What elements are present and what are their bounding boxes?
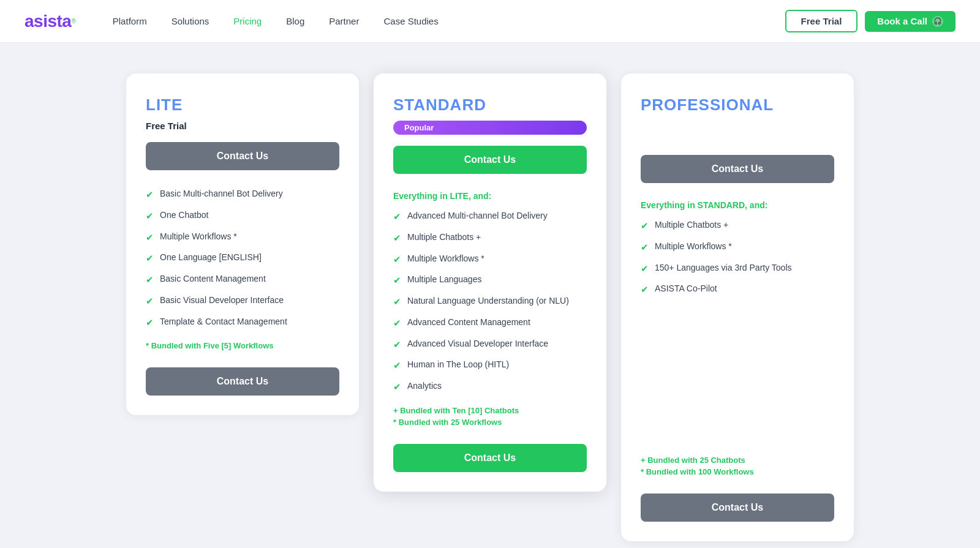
standard-bundle-notes: + Bundled with Ten [10] Chatbots * Bundl… [393, 406, 587, 427]
lite-bundle-note-1: * Bundled with Five [5] Workflows [146, 341, 339, 350]
logo-text: asista [24, 12, 71, 31]
feature-text: Template & Contact Management [160, 315, 287, 328]
feature-text: Advanced Multi-channel Bot Delivery [407, 209, 548, 222]
feature-text: Human in The Loop (HITL) [407, 358, 509, 370]
list-item: ✔ Multiple Chatbots + [641, 219, 834, 233]
check-icon: ✔ [393, 317, 401, 330]
professional-contact-top-button[interactable]: Contact Us [641, 155, 834, 183]
check-icon: ✔ [146, 231, 154, 244]
list-item: ✔ Basic Visual Developer Interface [146, 294, 339, 308]
standard-contact-bottom-button[interactable]: Contact Us [393, 444, 587, 472]
standard-bundle-note-2: * Bundled with 25 Workflows [393, 418, 587, 427]
professional-bundle-notes: + Bundled with 25 Chatbots * Bundled wit… [641, 456, 834, 476]
list-item: ✔ 150+ Languages via 3rd Party Tools [641, 261, 834, 276]
check-icon: ✔ [146, 273, 154, 287]
standard-contact-top-button[interactable]: Contact Us [393, 146, 587, 174]
check-icon: ✔ [146, 295, 154, 308]
list-item: ✔ Human in The Loop (HITL) [393, 358, 587, 372]
feature-text: Analytics [407, 380, 442, 392]
list-item: ✔ One Chatbot [146, 209, 339, 223]
list-item: ✔ Multiple Languages [393, 273, 587, 287]
list-item: ✔ Advanced Content Management [393, 316, 587, 330]
professional-section-label: Everything in STANDARD, and: [641, 200, 834, 210]
nav-pricing[interactable]: Pricing [233, 16, 262, 26]
professional-contact-bottom-button[interactable]: Contact Us [641, 494, 834, 522]
check-icon: ✔ [393, 380, 401, 394]
standard-bundle-note-1: + Bundled with Ten [10] Chatbots [393, 406, 587, 415]
list-item: ✔ Multiple Chatbots + [393, 231, 587, 245]
free-trial-button[interactable]: Free Trial [785, 10, 858, 32]
check-icon: ✔ [393, 253, 401, 266]
list-item: ✔ Advanced Multi-channel Bot Delivery [393, 209, 587, 223]
check-icon: ✔ [641, 283, 649, 296]
list-item: ✔ One Language [ENGLISH] [146, 251, 339, 265]
list-item: ✔ Basic Multi-channel Bot Delivery [146, 187, 339, 201]
feature-text: Advanced Visual Developer Interface [407, 337, 548, 350]
feature-text: Multiple Workflows * [160, 230, 237, 242]
list-item: ✔ Natural Language Understanding (or NLU… [393, 295, 587, 309]
book-call-label: Book a Call [877, 16, 927, 26]
professional-features: ✔ Multiple Chatbots + ✔ Multiple Workflo… [641, 219, 834, 296]
standard-features: ✔ Advanced Multi-channel Bot Delivery ✔ … [393, 209, 587, 394]
pricing-cards: LITE Free Trial Contact Us ✔ Basic Multi… [74, 73, 907, 541]
check-icon: ✔ [641, 262, 649, 276]
navbar: asista® Platform Solutions Pricing Blog … [0, 0, 980, 43]
check-icon: ✔ [146, 209, 154, 223]
check-icon: ✔ [393, 338, 401, 351]
check-icon: ✔ [393, 359, 401, 372]
feature-text: Natural Language Understanding (or NLU) [407, 295, 569, 307]
professional-bundle-note-2: * Bundled with 100 Workflows [641, 467, 834, 476]
feature-text: Multiple Languages [407, 273, 481, 285]
nav-solutions[interactable]: Solutions [172, 16, 209, 26]
check-icon: ✔ [641, 241, 649, 254]
popular-badge: Popular [393, 121, 587, 135]
lite-subtitle: Free Trial [146, 121, 339, 131]
check-icon: ✔ [393, 231, 401, 245]
check-icon: ✔ [393, 295, 401, 309]
standard-tier: STANDARD [393, 96, 587, 114]
nav-case-studies[interactable]: Case Studies [383, 16, 438, 26]
check-icon: ✔ [393, 274, 401, 287]
check-icon: ✔ [641, 219, 649, 233]
feature-text: One Language [ENGLISH] [160, 251, 262, 263]
feature-text: Multiple Chatbots + [407, 231, 481, 243]
list-item: ✔ Multiple Workflows * [393, 252, 587, 266]
list-item: ✔ Basic Content Management [146, 272, 339, 287]
lite-features: ✔ Basic Multi-channel Bot Delivery ✔ One… [146, 187, 339, 329]
nav-blog[interactable]: Blog [286, 16, 304, 26]
nav-partner[interactable]: Partner [329, 16, 359, 26]
list-item: ✔ Template & Contact Management [146, 315, 339, 329]
nav-actions: Free Trial Book a Call 🎧 [785, 10, 956, 32]
list-item: ✔ Advanced Visual Developer Interface [393, 337, 587, 351]
list-item: ✔ Analytics [393, 380, 587, 394]
professional-spacer [641, 121, 834, 144]
list-item: ✔ Multiple Workflows * [146, 230, 339, 244]
lite-contact-top-button[interactable]: Contact Us [146, 142, 339, 170]
feature-text: 150+ Languages via 3rd Party Tools [655, 261, 792, 274]
lite-bundle-notes: * Bundled with Five [5] Workflows [146, 341, 339, 350]
lite-card: LITE Free Trial Contact Us ✔ Basic Multi… [126, 73, 359, 415]
list-item: ✔ ASISTA Co-Pilot [641, 282, 834, 296]
standard-card: STANDARD Popular Contact Us Everything i… [374, 73, 606, 492]
feature-text: Basic Content Management [160, 272, 266, 285]
feature-text: Multiple Workflows * [407, 252, 484, 265]
feature-text: ASISTA Co-Pilot [655, 282, 717, 295]
nav-platform[interactable]: Platform [113, 16, 147, 26]
feature-text: Basic Visual Developer Interface [160, 294, 284, 306]
headset-icon: 🎧 [932, 16, 943, 27]
book-a-call-button[interactable]: Book a Call 🎧 [865, 11, 956, 32]
logo-symbol: ® [71, 18, 75, 24]
feature-text: Multiple Chatbots + [655, 219, 728, 231]
professional-tier: PROFESSIONAL [641, 96, 834, 114]
check-icon: ✔ [146, 188, 154, 201]
professional-card: PROFESSIONAL Contact Us Everything in ST… [621, 73, 854, 541]
check-icon: ✔ [393, 210, 401, 223]
feature-text: One Chatbot [160, 209, 208, 221]
lite-contact-bottom-button[interactable]: Contact Us [146, 367, 339, 396]
check-icon: ✔ [146, 252, 154, 265]
professional-bundle-note-1: + Bundled with 25 Chatbots [641, 456, 834, 465]
feature-text: Advanced Content Management [407, 316, 530, 328]
lite-tier: LITE [146, 96, 339, 114]
logo[interactable]: asista® [24, 12, 76, 31]
feature-text: Basic Multi-channel Bot Delivery [160, 187, 283, 200]
